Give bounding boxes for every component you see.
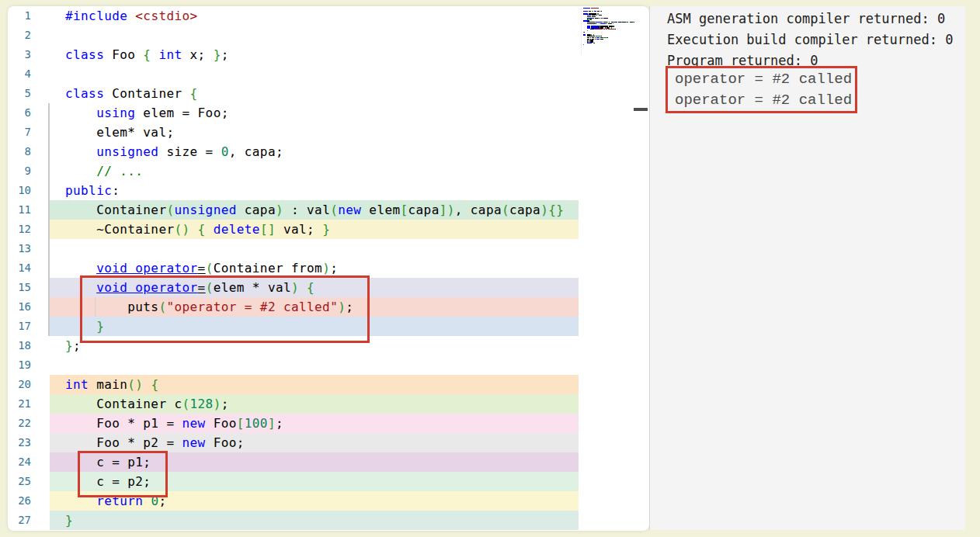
line-number[interactable]: 15: [8, 278, 31, 297]
line-number[interactable]: 17: [8, 317, 31, 336]
line-number[interactable]: 26: [8, 491, 31, 511]
code-text: };: [65, 336, 81, 355]
code-line[interactable]: 3class Foo { int x; };: [8, 45, 649, 64]
code-text: using elem = Foo;: [65, 103, 229, 123]
line-number[interactable]: 4: [8, 64, 31, 84]
code-text: ~Container() { delete[] val; }: [65, 220, 330, 239]
line-number[interactable]: 10: [8, 181, 31, 200]
line-number[interactable]: 9: [8, 161, 31, 181]
code-line[interactable]: 22 Foo * p1 = new Foo[100];: [8, 414, 649, 433]
code-line[interactable]: 20int main() {: [8, 375, 649, 394]
program-output-line: operator = #2 called: [675, 90, 855, 111]
line-number[interactable]: 6: [8, 103, 31, 123]
code-text: class Foo { int x; };: [65, 45, 229, 64]
line-highlight: [50, 181, 579, 200]
code-text: int main() {: [65, 375, 158, 394]
line-number[interactable]: 18: [8, 336, 31, 355]
code-text: // ...: [65, 161, 143, 181]
line-highlight: [50, 239, 579, 258]
line-number[interactable]: 22: [8, 414, 31, 433]
class-body-gutter-bar: [48, 103, 50, 336]
line-number[interactable]: 5: [8, 84, 31, 103]
line-number[interactable]: 1: [8, 6, 31, 26]
code-text: unsigned size = 0, capa;: [65, 142, 283, 161]
line-number[interactable]: 11: [8, 200, 31, 220]
code-line[interactable]: 27}: [8, 511, 649, 530]
line-highlight: [50, 355, 579, 375]
line-highlight: [50, 26, 579, 45]
line-number[interactable]: 21: [8, 394, 31, 414]
code-line[interactable]: 12 ~Container() { delete[] val; }: [8, 220, 649, 239]
annotation-box-assignments: [78, 451, 168, 497]
annotation-box-operator-overload: [80, 275, 370, 343]
code-text: #include <cstdio>: [65, 6, 198, 26]
code-text: Container c(128);: [65, 394, 229, 414]
code-line[interactable]: 2: [8, 26, 649, 45]
code-text: Foo * p2 = new Foo;: [65, 433, 245, 452]
source-editor[interactable]: 1#include <cstdio>23class Foo { int x; }…: [8, 6, 649, 531]
line-number[interactable]: 20: [8, 375, 31, 394]
annotation-box-program-output: operator = #2 called operator = #2 calle…: [665, 66, 857, 113]
code-line[interactable]: 8 unsigned size = 0, capa;: [8, 142, 649, 161]
line-number[interactable]: 3: [8, 45, 31, 64]
code-line[interactable]: 10public:: [8, 181, 649, 200]
line-number[interactable]: 16: [8, 297, 31, 317]
code-line[interactable]: 13: [8, 239, 649, 258]
overview-ruler-cursor-mark[interactable]: [634, 108, 648, 111]
line-number[interactable]: 25: [8, 472, 31, 491]
status-line-asm: ASM generation compiler returned: 0: [667, 9, 965, 29]
line-number[interactable]: 27: [8, 511, 31, 530]
line-number[interactable]: 8: [8, 142, 31, 161]
line-highlight: [50, 511, 579, 530]
code-line[interactable]: 6 using elem = Foo;: [8, 103, 649, 123]
code-line[interactable]: 5class Container {: [8, 84, 649, 103]
program-output-line: operator = #2 called: [675, 69, 855, 90]
line-number[interactable]: 12: [8, 220, 31, 239]
code-line[interactable]: 11 Container(unsigned capa) : val(new el…: [8, 200, 649, 220]
line-number[interactable]: 14: [8, 258, 31, 278]
output-pane: ASM generation compiler returned: 0 Exec…: [649, 6, 965, 530]
code-line[interactable]: 4: [8, 64, 649, 84]
line-number[interactable]: 19: [8, 355, 31, 375]
code-line[interactable]: 21 Container c(128);: [8, 394, 649, 414]
code-text: class Container {: [65, 84, 198, 103]
code-line[interactable]: 1#include <cstdio>: [8, 6, 649, 26]
status-line-execution: Execution build compiler returned: 0: [667, 29, 965, 50]
code-text: Container(unsigned capa) : val(new elem[…: [65, 200, 564, 220]
line-number[interactable]: 24: [8, 452, 31, 472]
code-text: Foo * p1 = new Foo[100];: [65, 414, 283, 433]
code-text: }: [65, 511, 73, 530]
embed-frame: 1#include <cstdio>23class Foo { int x; }…: [0, 0, 980, 537]
minimap[interactable]: [581, 8, 634, 54]
line-number[interactable]: 23: [8, 433, 31, 452]
code-text: elem* val;: [65, 123, 174, 142]
code-line[interactable]: 7 elem* val;: [8, 123, 649, 142]
code-line[interactable]: 23 Foo * p2 = new Foo;: [8, 433, 649, 452]
overview-ruler[interactable]: [631, 6, 649, 531]
code-line[interactable]: 19: [8, 355, 649, 375]
line-number[interactable]: 7: [8, 123, 31, 142]
line-highlight: [50, 64, 579, 84]
line-number[interactable]: 2: [8, 26, 31, 45]
code-line[interactable]: 9 // ...: [8, 161, 649, 181]
code-text: public:: [65, 181, 120, 200]
line-number[interactable]: 13: [8, 239, 31, 258]
